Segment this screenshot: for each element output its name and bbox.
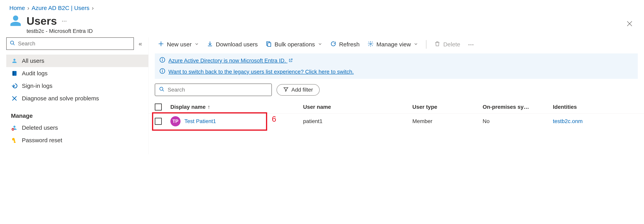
search-icon [159, 86, 164, 93]
table-row[interactable]: TP Test Patient1 patient1 Member No test… [148, 114, 644, 129]
main-search[interactable] [155, 83, 272, 96]
toolbar-label: Manage view [376, 41, 411, 48]
sidebar-nav: All users Audit logs Sign-in logs Diagno… [6, 55, 148, 147]
sidebar-item-label: Deleted users [22, 125, 58, 131]
filter-row: Add filter [148, 79, 644, 101]
svg-line-19 [162, 90, 164, 91]
chevron-right-icon: › [27, 5, 29, 11]
table-header: Display name ↑ User name User type On-pr… [148, 101, 644, 114]
toolbar-label: Download users [216, 41, 258, 48]
filter-icon [283, 86, 289, 93]
toolbar-label: Refresh [339, 41, 360, 48]
bulk-operations-button[interactable]: Bulk operations [266, 41, 322, 48]
key-icon [11, 137, 18, 144]
info-banner: Azure Active Directory is now Microsoft … [155, 53, 638, 79]
avatar: TP [170, 116, 180, 126]
select-all-checkbox[interactable] [155, 103, 162, 110]
cell-identities[interactable]: testb2c.onm [553, 118, 638, 125]
info-icon [160, 68, 165, 75]
toolbar-label: Bulk operations [274, 41, 315, 48]
add-filter-label: Add filter [291, 87, 313, 93]
column-on-premises[interactable]: On-premises sy… [482, 104, 553, 110]
sidebar-item-audit-logs[interactable]: Audit logs [6, 67, 148, 80]
sidebar-item-all-users[interactable]: All users [6, 55, 148, 67]
page-header: Users ··· testb2c - Microsoft Entra ID [0, 13, 644, 37]
column-user-type[interactable]: User type [412, 104, 482, 110]
page-title: Users [26, 15, 57, 27]
search-icon [10, 40, 15, 47]
chevron-right-icon: › [92, 5, 94, 11]
delete-button: Delete [434, 41, 460, 48]
sidebar: « All users Audit logs Sign-in logs [0, 37, 148, 154]
sidebar-item-deleted-users[interactable]: Deleted users [6, 122, 148, 134]
svg-rect-8 [14, 142, 16, 143]
deleted-user-icon [11, 124, 18, 131]
download-icon [207, 41, 213, 48]
trash-icon [434, 41, 440, 48]
sidebar-search[interactable] [6, 37, 134, 50]
manage-view-button[interactable]: Manage view [368, 41, 418, 48]
cell-user-name: patient1 [303, 118, 412, 125]
svg-rect-17 [162, 71, 163, 73]
sidebar-item-signin-logs[interactable]: Sign-in logs [6, 80, 148, 92]
main-search-input[interactable] [167, 86, 268, 93]
column-identities[interactable]: Identities [553, 104, 638, 110]
svg-point-16 [162, 69, 163, 70]
refresh-icon [330, 41, 336, 48]
toolbar-more-button[interactable]: ··· [468, 40, 474, 49]
page-subtitle: testb2c - Microsoft Entra ID [26, 28, 93, 34]
more-button[interactable]: ··· [62, 17, 67, 25]
tools-icon [11, 95, 18, 102]
svg-rect-10 [268, 43, 271, 46]
external-link-icon [289, 58, 293, 64]
svg-point-11 [370, 43, 371, 45]
row-checkbox[interactable] [155, 118, 162, 125]
collapse-sidebar-button[interactable]: « [138, 40, 142, 47]
main-content: New user Download users Bulk operations [148, 37, 644, 154]
refresh-button[interactable]: Refresh [330, 41, 360, 48]
sidebar-section-manage: Manage [6, 105, 148, 122]
annotation-number: 6 [272, 115, 276, 124]
plus-icon [158, 41, 164, 48]
toolbar: New user Download users Bulk operations [148, 39, 644, 53]
sidebar-item-label: Sign-in logs [22, 82, 52, 89]
sidebar-item-diagnose[interactable]: Diagnose and solve problems [6, 92, 148, 105]
breadcrumb: Home › Azure AD B2C | Users › [0, 0, 644, 13]
svg-point-0 [10, 41, 14, 44]
breadcrumb-home[interactable]: Home [9, 5, 25, 11]
new-user-button[interactable]: New user [158, 41, 199, 48]
signin-icon [11, 82, 18, 89]
toolbar-divider [426, 40, 426, 49]
book-icon [11, 70, 18, 77]
sidebar-item-label: Diagnose and solve problems [22, 95, 99, 102]
bulk-icon [266, 41, 272, 48]
user-display-name-link[interactable]: Test Patient1 [184, 118, 216, 125]
add-filter-button[interactable]: Add filter [276, 84, 320, 96]
gear-icon [368, 41, 374, 48]
toolbar-label: New user [167, 41, 192, 48]
toolbar-label: Delete [443, 41, 460, 48]
info-icon [160, 57, 165, 64]
svg-rect-14 [162, 59, 163, 61]
sidebar-item-label: Audit logs [22, 70, 48, 77]
chevron-down-icon [414, 41, 418, 48]
breadcrumb-azure-b2c-users[interactable]: Azure AD B2C | Users [32, 5, 90, 11]
svg-line-1 [13, 44, 15, 45]
sidebar-search-input[interactable] [18, 40, 130, 47]
download-users-button[interactable]: Download users [207, 41, 258, 48]
svg-rect-5 [12, 129, 14, 130]
svg-point-18 [160, 87, 163, 90]
chevron-down-icon [318, 41, 322, 48]
info-link-legacy-switch[interactable]: Want to switch back to the legacy users … [168, 69, 354, 75]
info-link-entra[interactable]: Azure Active Directory is now Microsoft … [168, 58, 293, 64]
user-icon [11, 57, 18, 64]
column-display-name[interactable]: Display name ↑ [170, 104, 303, 110]
user-icon [9, 15, 22, 28]
sidebar-item-label: All users [22, 58, 44, 64]
column-user-name[interactable]: User name [303, 104, 412, 110]
chevron-down-icon [194, 41, 199, 48]
sidebar-item-password-reset[interactable]: Password reset [6, 134, 148, 147]
close-button[interactable] [624, 19, 635, 30]
cell-on-premises: No [482, 118, 553, 125]
cell-user-type: Member [412, 118, 482, 125]
